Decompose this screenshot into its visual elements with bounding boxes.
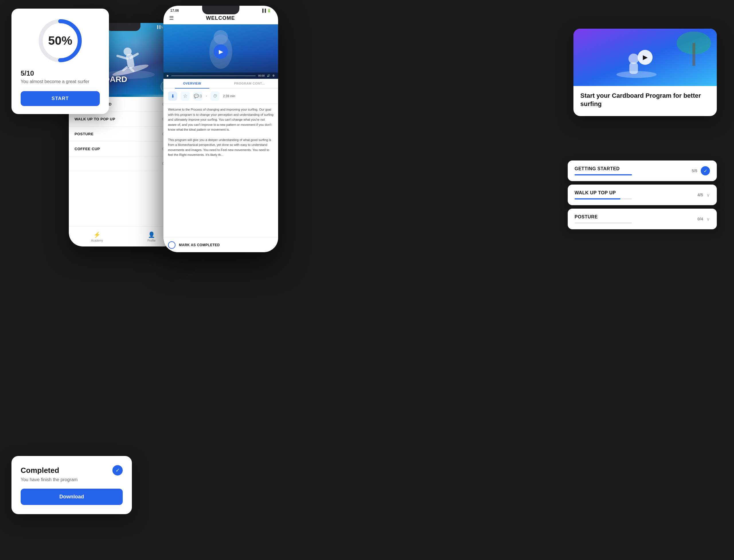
start-button[interactable]: START xyxy=(21,91,100,106)
video-time: 00:00 xyxy=(258,74,265,77)
download-button[interactable]: Download xyxy=(21,489,123,505)
tab-program-content[interactable]: PROGRAM CONT... xyxy=(221,79,278,88)
welcome-header: ☰ WELCOME xyxy=(163,13,278,24)
comment-icon-btn[interactable]: 💬 0 xyxy=(193,91,202,101)
time-right: 17.06 xyxy=(170,9,179,13)
acc-card-left-2: POSTURE xyxy=(575,214,632,224)
accordion-item-2[interactable]: POSTURE 0/4 ∨ xyxy=(69,127,178,142)
settings-icon[interactable]: ⚙ xyxy=(272,74,275,77)
nav-profile[interactable]: 👤 Profile xyxy=(147,231,155,242)
acc-card-walk-up[interactable]: WALK UP TOP UP 4/5 ∨ xyxy=(568,185,717,205)
card-start-program: ▶ Start your Cardboard Program for bette… xyxy=(574,29,717,116)
acc-card-left-1: WALK UP TOP UP xyxy=(575,190,632,199)
tab-overview[interactable]: OVERVIEW xyxy=(163,79,221,88)
duration-text: 2:39 min xyxy=(223,94,235,98)
completed-card: Completed ✓ You have finish the program … xyxy=(11,456,132,514)
acc-chevron-1: ∨ xyxy=(706,192,710,198)
acc-progress-bar-1 xyxy=(575,198,632,199)
acc-check-icon-0: ✓ xyxy=(701,166,710,175)
volume-icon[interactable]: 🔊 xyxy=(267,74,270,77)
acc-score-0: 5/5 xyxy=(692,169,697,173)
mark-complete-bar: MARK AS COMPLETED xyxy=(163,238,278,252)
completed-check-icon: ✓ xyxy=(112,465,123,475)
acc-label-0: GETTING STARTED xyxy=(575,166,632,171)
description-text: Welcome to the Process of changing and i… xyxy=(163,104,278,161)
acc-progress-bar-0 xyxy=(575,174,632,175)
accordion-item-3[interactable]: COFFEE CUP 0/4 ∨ xyxy=(69,142,178,156)
acc-score-1: 4/5 xyxy=(698,193,703,197)
welcome-title: WELCOME xyxy=(206,15,235,21)
progress-ring: 50% xyxy=(37,18,83,64)
hamburger-icon[interactable]: ☰ xyxy=(169,15,174,21)
clock-icon-btn: ⏱ xyxy=(210,91,220,101)
card-play-button[interactable]: ▶ xyxy=(638,50,653,65)
circle-check-icon[interactable] xyxy=(168,241,175,249)
progress-percent: 50% xyxy=(48,34,72,48)
svg-point-12 xyxy=(214,30,228,44)
star-icon-btn[interactable]: ☆ xyxy=(181,91,190,101)
video-progress-bar[interactable] xyxy=(171,75,256,76)
progress-subtitle: You almost become a great surfer xyxy=(21,79,100,84)
signal-icons-right: ▐▐ 🔋 xyxy=(261,9,271,13)
play-icon-ctrl[interactable]: ▶ xyxy=(167,74,169,77)
play-button[interactable]: ▶ xyxy=(214,44,228,59)
card-thumbnail: ▶ xyxy=(574,29,717,86)
acc-progress-bar-2 xyxy=(575,222,632,224)
acc-card-right-1: 4/5 ∨ xyxy=(698,192,710,198)
completed-header: Completed ✓ xyxy=(21,465,123,475)
divider xyxy=(206,95,207,97)
progress-score: 5/10 xyxy=(21,69,100,77)
nav-academy-label: Academy xyxy=(91,239,103,242)
svg-rect-15 xyxy=(692,43,695,66)
academy-icon: ⚡ xyxy=(93,231,101,238)
acc-progress-fill-0 xyxy=(575,174,632,175)
acc-progress-fill-1 xyxy=(575,198,621,199)
completed-subtitle: You have finish the program xyxy=(21,477,123,482)
nav-academy[interactable]: ⚡ Academy xyxy=(91,231,103,242)
nav-profile-label: Profile xyxy=(147,239,155,242)
svg-point-17 xyxy=(629,54,639,64)
completed-title: Completed xyxy=(21,466,59,475)
svg-point-5 xyxy=(124,48,132,56)
acc-card-posture[interactable]: POSTURE 0/4 ∨ xyxy=(568,209,717,229)
download-icon-btn[interactable]: ⬇ xyxy=(168,91,177,101)
phone-right: 17.06 ▐▐ 🔋 ☰ WELCOME xyxy=(163,6,278,252)
icons-row: ⬇ ☆ 💬 0 ⏱ 2:39 min xyxy=(163,89,278,104)
acc-label-1: WALK UP TOP UP xyxy=(575,190,632,195)
phone-list: GETTING STARTED 0/5 ∨ WALK UP TO POP UP … xyxy=(69,97,178,226)
video-area: ▶ ▶ 00:00 🔊 ⚙ xyxy=(163,24,278,79)
card-title: Start your Cardboard Program for better … xyxy=(580,92,710,108)
accordion-cards-right: GETTING STARTED 5/5 ✓ WALK UP TOP UP 4/5… xyxy=(568,160,717,229)
acc-card-right-0: 5/5 ✓ xyxy=(692,166,710,175)
progress-card: 50% 5/10 You almost become a great surfe… xyxy=(11,9,109,114)
acc-label-2: POSTURE xyxy=(575,214,632,220)
acc-score-2: 0/4 xyxy=(698,217,703,221)
svg-rect-18 xyxy=(629,62,638,74)
accordion-item-4[interactable]: 0/5 ∨ xyxy=(69,156,178,171)
tabs-row: OVERVIEW PROGRAM CONT... xyxy=(163,79,278,89)
video-controls: ▶ 00:00 🔊 ⚙ xyxy=(163,73,278,79)
acc-card-left-0: GETTING STARTED xyxy=(575,166,632,175)
mark-complete-label[interactable]: MARK AS COMPLETED xyxy=(179,243,220,247)
card-content: Start your Cardboard Program for better … xyxy=(574,86,717,108)
acc-chevron-2: ∨ xyxy=(706,216,710,222)
profile-icon: 👤 xyxy=(148,231,155,238)
status-bar-right: 17.06 ▐▐ 🔋 xyxy=(163,6,278,13)
acc-card-getting-started[interactable]: GETTING STARTED 5/5 ✓ xyxy=(568,160,717,181)
phone-bottom-nav: ⚡ Academy 👤 Profile xyxy=(69,226,178,246)
acc-card-right-2: 0/4 ∨ xyxy=(698,216,710,222)
